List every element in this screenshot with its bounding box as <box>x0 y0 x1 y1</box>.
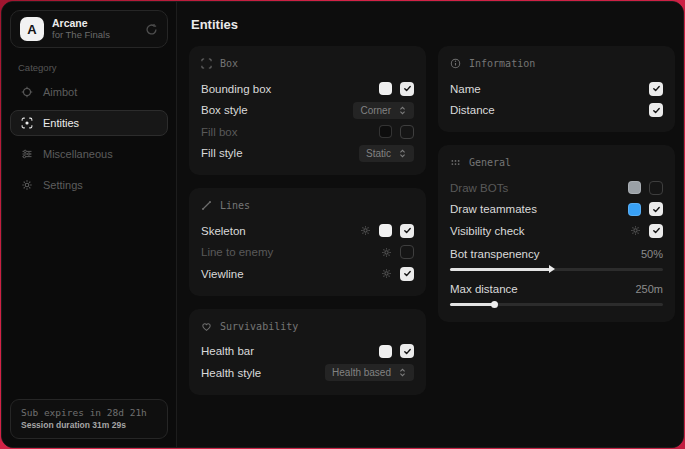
setting-label: Box style <box>201 104 248 116</box>
setting-label: Draw teammates <box>450 203 537 215</box>
chevrons-updown-icon <box>398 149 407 158</box>
setting-row-distance: Distance <box>450 100 663 122</box>
color-swatch[interactable] <box>379 82 392 95</box>
gear-icon <box>21 179 33 191</box>
grid-dots-icon <box>450 157 461 168</box>
setting-label: Skeleton <box>201 225 246 237</box>
setting-row-viewline: Viewline <box>201 263 414 285</box>
sidebar-item-miscellaneous[interactable]: Miscellaneous <box>10 141 168 167</box>
color-swatch[interactable] <box>628 181 641 194</box>
heart-icon <box>201 321 212 332</box>
left-column: Box Bounding box Box style <box>189 46 426 395</box>
setting-row-visibility-check: Visibility check <box>450 220 663 242</box>
color-swatch[interactable] <box>628 203 641 216</box>
setting-label: Max distance <box>450 283 518 295</box>
subscription-info-card: Sub expires in 28d 21h Session duration … <box>10 399 168 439</box>
checkbox-checked[interactable] <box>400 344 414 358</box>
max-distance-slider[interactable] <box>450 303 663 306</box>
setting-row-health-style: Health style Health based <box>201 362 414 384</box>
gear-icon[interactable] <box>630 225 641 236</box>
checkbox-checked[interactable] <box>649 224 663 238</box>
chevrons-updown-icon <box>398 106 407 115</box>
setting-label: Health bar <box>201 345 254 357</box>
setting-label: Draw BOTs <box>450 182 508 194</box>
setting-label: Distance <box>450 104 495 116</box>
dropdown-value: Health based <box>332 367 391 378</box>
info-icon <box>450 58 461 69</box>
setting-label: Visibility check <box>450 225 525 237</box>
slider-label-row: Bot transpenency 50% <box>450 245 663 263</box>
sidebar-item-settings[interactable]: Settings <box>10 172 168 198</box>
slider-fill <box>450 268 550 271</box>
setting-row-name: Name <box>450 78 663 100</box>
box-group-card: Box Bounding box Box style <box>189 46 426 175</box>
sidebar-item-entities[interactable]: Entities <box>10 110 168 136</box>
entities-scan-icon <box>21 117 33 129</box>
checkbox-checked[interactable] <box>649 82 663 96</box>
gear-icon[interactable] <box>381 247 392 258</box>
setting-row-draw-teammates: Draw teammates <box>450 199 663 221</box>
dropdown-value: Corner <box>360 105 391 116</box>
setting-label: Fill style <box>201 147 243 159</box>
setting-row-bounding-box: Bounding box <box>201 78 414 100</box>
color-swatch[interactable] <box>379 345 392 358</box>
category-label: Category <box>18 62 160 73</box>
slider-value: 250m <box>635 283 663 295</box>
settings-columns: Box Bounding box Box style <box>189 46 675 395</box>
setting-label: Fill box <box>201 126 237 138</box>
sidebar-item-aimbot[interactable]: Aimbot <box>10 79 168 105</box>
group-title: General <box>469 157 511 168</box>
information-group-card: Information Name Distance <box>438 46 675 132</box>
box-group-header: Box <box>201 56 414 71</box>
max-distance-section: Max distance 250m <box>450 280 663 306</box>
main-panel: Entities Box Bounding box <box>177 2 684 447</box>
group-title: Survivability <box>220 321 298 332</box>
setting-row-fill-box: Fill box <box>201 121 414 143</box>
diagonal-line-icon <box>201 200 212 211</box>
box-corners-icon <box>201 58 212 69</box>
gear-icon[interactable] <box>381 268 392 279</box>
app-meta: Arcane for The Finals <box>52 18 110 40</box>
setting-row-health-bar: Health bar <box>201 341 414 363</box>
sidebar-nav: Aimbot Entities Miscellaneous Settings <box>2 79 176 198</box>
fill-style-dropdown[interactable]: Static <box>359 145 414 162</box>
session-duration-text: Session duration 31m 29s <box>21 419 157 431</box>
checkbox-unchecked[interactable] <box>400 125 414 139</box>
slider-value: 50% <box>641 248 663 260</box>
checkbox-checked[interactable] <box>400 267 414 281</box>
group-title: Box <box>220 58 238 69</box>
lines-group-header: Lines <box>201 198 414 213</box>
app-logo: A <box>20 17 44 41</box>
right-column: Information Name Distance <box>438 46 675 322</box>
checkbox-checked[interactable] <box>400 224 414 238</box>
app-subtitle: for The Finals <box>52 30 110 40</box>
box-style-dropdown[interactable]: Corner <box>353 102 414 119</box>
app-header-card: A Arcane for The Finals <box>10 10 168 48</box>
health-style-dropdown[interactable]: Health based <box>325 364 414 381</box>
app-window: A Arcane for The Finals Category Aimbot <box>1 1 684 448</box>
survivability-group-header: Survivability <box>201 319 414 334</box>
setting-label: Name <box>450 83 481 95</box>
setting-label: Health style <box>201 367 261 379</box>
setting-row-skeleton: Skeleton <box>201 220 414 242</box>
setting-row-fill-style: Fill style Static <box>201 143 414 165</box>
bot-transparency-slider[interactable] <box>450 268 663 271</box>
refresh-icon[interactable] <box>145 23 158 36</box>
general-group-header: General <box>450 155 663 170</box>
checkbox-unchecked[interactable] <box>649 181 663 195</box>
page-title: Entities <box>191 17 675 32</box>
gear-icon[interactable] <box>360 225 371 236</box>
slider-fill <box>450 303 495 306</box>
checkbox-checked[interactable] <box>400 82 414 96</box>
checkbox-checked[interactable] <box>649 202 663 216</box>
crosshair-icon <box>21 86 33 98</box>
app-name: Arcane <box>52 18 110 29</box>
lines-group-card: Lines Skeleton <box>189 188 426 296</box>
checkbox-unchecked[interactable] <box>400 245 414 259</box>
color-swatch[interactable] <box>379 224 392 237</box>
checkbox-checked[interactable] <box>649 103 663 117</box>
general-group-card: General Draw BOTs Draw teammates <box>438 145 675 322</box>
setting-label: Line to enemy <box>201 246 273 258</box>
sidebar-item-label: Miscellaneous <box>43 148 113 160</box>
color-swatch[interactable] <box>379 125 392 138</box>
